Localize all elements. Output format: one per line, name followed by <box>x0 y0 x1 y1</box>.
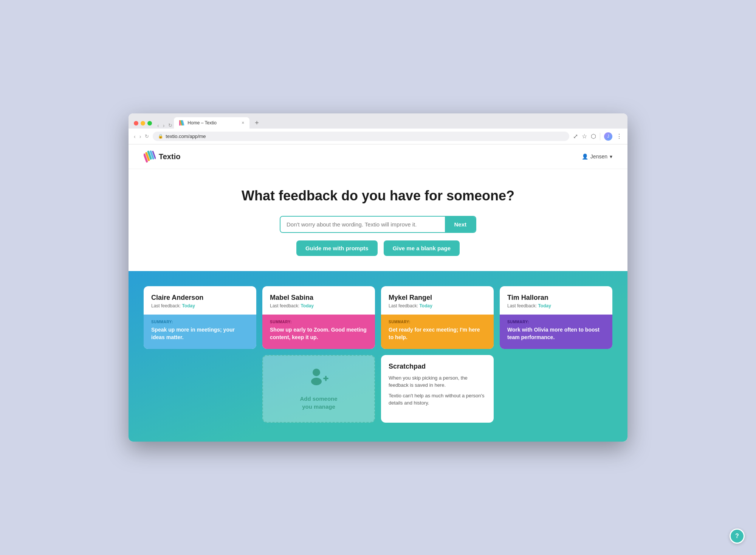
tab-bar: ‹ › ↻ Home – Textio × + <box>134 117 622 129</box>
add-person-card[interactable]: Add someone you manage <box>262 355 375 423</box>
next-button[interactable]: Next <box>445 217 476 232</box>
address-bar[interactable]: 🔒 textio.com/app/me <box>153 132 569 141</box>
scratchpad-card[interactable]: Scratchpad When you skip picking a perso… <box>381 355 494 423</box>
url-display: textio.com/app/me <box>166 133 206 139</box>
user-dropdown-icon: ▾ <box>610 153 612 160</box>
person-card-mabel[interactable]: Mabel Sabina Last feedback: Today SUMMAR… <box>262 286 375 349</box>
scratchpad-text2: Textio can't help as much without a pers… <box>389 392 486 407</box>
blank-page-button[interactable]: Give me a blank page <box>384 240 460 256</box>
card-summary-claire: SUMMARY: Speak up more in meetings; your… <box>144 315 256 349</box>
card-name-claire: Claire Anderson <box>151 294 249 302</box>
back-nav-icon[interactable]: ‹ <box>134 133 136 140</box>
browser-window: ‹ › ↻ Home – Textio × + ‹ › ↻ 🔒 te <box>129 113 627 441</box>
forward-nav-icon[interactable]: › <box>139 133 141 140</box>
search-bar: Next <box>280 216 476 233</box>
hero-title: What feedback do you have for someone? <box>144 188 612 204</box>
screen-share-icon[interactable]: ⤢ <box>573 133 578 140</box>
add-person-text: Add someone you manage <box>300 395 337 411</box>
bookmark-icon[interactable]: ☆ <box>582 133 587 140</box>
hero-section: What feedback do you have for someone? N… <box>129 169 627 271</box>
svg-point-10 <box>311 378 322 385</box>
forward-button[interactable]: › <box>163 122 165 129</box>
user-menu[interactable]: 👤 Jensen ▾ <box>582 153 612 160</box>
cards-section: Claire Anderson Last feedback: Today SUM… <box>129 271 627 441</box>
close-button[interactable] <box>134 121 138 126</box>
empty-col-1 <box>144 355 256 423</box>
new-tab-button[interactable]: + <box>251 118 263 129</box>
person-card-mykel[interactable]: Mykel Rangel Last feedback: Today SUMMAR… <box>381 286 494 349</box>
card-summary-mabel: SUMMARY: Show up early to Zoom. Good mee… <box>262 315 375 349</box>
main-content: What feedback do you have for someone? N… <box>129 169 627 441</box>
browser-controls <box>134 121 152 126</box>
divider <box>600 133 600 140</box>
extensions-icon[interactable]: ⬡ <box>591 133 596 140</box>
action-buttons: Guide me with prompts Give me a blank pa… <box>144 240 612 256</box>
app-content: Textio 👤 Jensen ▾ What feedback do you h… <box>129 144 627 441</box>
browser-nav: ‹ › ↻ <box>157 122 172 129</box>
feedback-input[interactable] <box>280 217 445 232</box>
minimize-button[interactable] <box>141 121 145 126</box>
search-bar-wrapper: Next <box>144 216 612 233</box>
browser-actions: ⤢ ☆ ⬡ J ⋮ <box>573 132 622 141</box>
logo-text: Textio <box>159 152 180 161</box>
person-card-tim[interactable]: Tim Halloran Last feedback: Today SUMMAR… <box>500 286 612 349</box>
help-button[interactable]: ? <box>730 529 745 544</box>
back-button[interactable]: ‹ <box>157 122 159 129</box>
tab-title: Home – Textio <box>187 120 216 126</box>
textio-logo-icon <box>144 150 156 163</box>
app-header: Textio 👤 Jensen ▾ <box>129 144 627 169</box>
card-last-feedback-claire: Last feedback: Today <box>151 303 249 309</box>
svg-point-9 <box>313 369 320 376</box>
refresh-button[interactable]: ↻ <box>168 122 172 129</box>
logo: Textio <box>144 150 180 163</box>
add-person-icon <box>308 367 329 390</box>
svg-rect-12 <box>325 376 327 381</box>
person-card-claire[interactable]: Claire Anderson Last feedback: Today SUM… <box>144 286 256 349</box>
scratchpad-title: Scratchpad <box>389 363 486 371</box>
traffic-lights <box>134 121 152 126</box>
card-name-mabel: Mabel Sabina <box>270 294 367 302</box>
more-menu-icon[interactable]: ⋮ <box>616 133 622 140</box>
user-icon: 👤 <box>582 153 588 160</box>
empty-col-4 <box>500 355 612 423</box>
scratchpad-text1: When you skip picking a person, the feed… <box>389 374 486 389</box>
card-name-mykel: Mykel Rangel <box>389 294 486 302</box>
browser-tab-active[interactable]: Home – Textio × <box>174 117 249 129</box>
browser-chrome: ‹ › ↻ Home – Textio × + <box>129 113 627 129</box>
user-name: Jensen <box>590 153 607 160</box>
card-name-tim: Tim Halloran <box>507 294 605 302</box>
maximize-button[interactable] <box>147 121 152 126</box>
card-last-feedback-tim: Last feedback: Today <box>507 303 605 309</box>
tab-close-button[interactable]: × <box>242 120 244 126</box>
card-last-feedback-mykel: Last feedback: Today <box>389 303 486 309</box>
address-bar-row: ‹ › ↻ 🔒 textio.com/app/me ⤢ ☆ ⬡ J ⋮ <box>129 129 627 144</box>
card-last-feedback-mabel: Last feedback: Today <box>270 303 367 309</box>
guide-me-button[interactable]: Guide me with prompts <box>296 240 378 256</box>
card-summary-mykel: SUMMARY: Get ready for exec meeting; I'm… <box>381 315 494 349</box>
profile-avatar[interactable]: J <box>604 132 612 141</box>
tab-favicon-icon <box>179 120 184 126</box>
card-summary-tim: SUMMARY: Work with Olivia more often to … <box>500 315 612 349</box>
refresh-nav-icon[interactable]: ↻ <box>145 133 149 139</box>
lock-icon: 🔒 <box>158 134 163 139</box>
people-cards-grid: Claire Anderson Last feedback: Today SUM… <box>144 286 612 349</box>
bottom-cards-grid: Add someone you manage Scratchpad When y… <box>144 355 612 423</box>
